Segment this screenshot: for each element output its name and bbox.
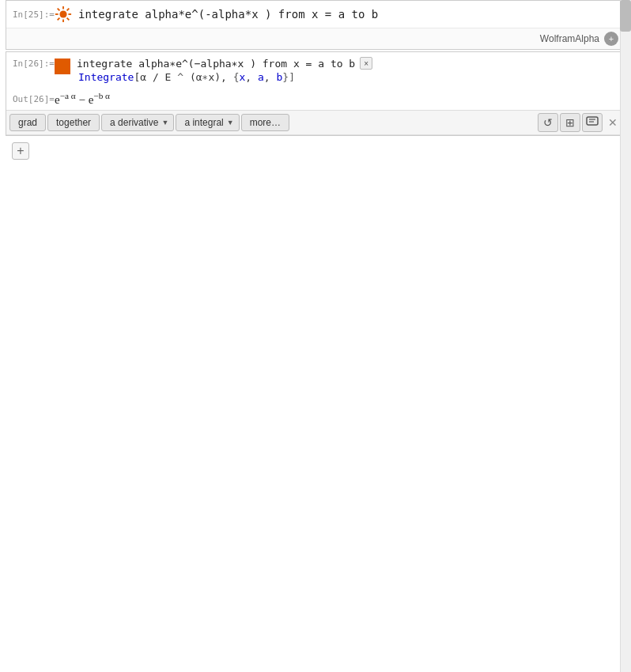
integral-dropdown-arrow: ▼ (227, 119, 234, 126)
toolbar-integral-btn[interactable]: a integral ▼ (176, 114, 239, 131)
cell-in26: In[26]:= integrate alpha∗e^(−alpha∗x ) f… (6, 51, 625, 136)
toolbar-grad-btn[interactable]: grad (9, 114, 46, 131)
svg-line-8 (58, 18, 60, 21)
toolbar-close-btn[interactable]: ✕ (604, 114, 622, 131)
cell-in26-close-btn[interactable]: × (360, 57, 372, 70)
cell-label-in26: In[26]:= (13, 57, 55, 69)
plus-icon: + (17, 144, 24, 158)
cell-label-out26: Out[26]= (13, 94, 55, 104)
cell-in25: In[25]:= (6, 0, 625, 50)
svg-line-6 (67, 18, 70, 21)
cell-out26: Out[26]= e−a α − e−b α (6, 88, 625, 110)
svg-point-0 (59, 10, 66, 17)
settings-icon: ⊞ (565, 116, 575, 129)
cell-in26-line1: integrate alpha∗e^(−alpha∗x ) from x = a… (77, 58, 355, 70)
toolbar-settings-btn[interactable]: ⊞ (560, 113, 580, 132)
svg-rect-9 (587, 117, 598, 125)
svg-line-5 (58, 9, 60, 11)
toolbar-derivative-btn[interactable]: a derivative ▼ (101, 114, 174, 131)
toolbar-together-btn[interactable]: together (47, 114, 100, 131)
wolfram-alpha-options-btn[interactable]: + (604, 32, 618, 46)
toolbar-more-btn[interactable]: more… (241, 114, 289, 131)
wolfram-alpha-bar: WolframAlpha + (6, 28, 625, 49)
add-cell-btn[interactable]: + (12, 142, 29, 160)
scrollbar-thumb[interactable] (620, 0, 631, 32)
cell-in25-text: integrate alpha*e^(-alpha*x ) from x = a… (78, 8, 618, 21)
toolbar-refresh-btn[interactable]: ↺ (538, 113, 558, 132)
close-icon: ✕ (608, 116, 618, 129)
cell-code-block: integrate alpha∗e^(−alpha∗x ) from x = a… (77, 57, 618, 83)
scrollbar-track[interactable] (620, 0, 631, 672)
derivative-dropdown-arrow: ▼ (161, 119, 168, 126)
cell-out26-result: e−a α − e−b α (55, 91, 110, 107)
cell-label-in25: In[25]:= (13, 9, 55, 20)
cell-in26-line2: Integrate[α / E ^ (α∗x), {x, a, b}] (77, 71, 618, 83)
toolbar-chat-btn[interactable] (582, 113, 603, 132)
orange-square-icon (55, 59, 70, 74)
refresh-icon: ↺ (543, 116, 553, 129)
svg-line-7 (67, 9, 70, 11)
toolbar-row: grad together a derivative ▼ a integral … (6, 110, 625, 135)
wolfram-icon (55, 6, 72, 23)
add-cell-row: + (6, 138, 625, 164)
wolfram-alpha-label: WolframAlpha (540, 33, 599, 44)
chat-icon (586, 116, 599, 130)
